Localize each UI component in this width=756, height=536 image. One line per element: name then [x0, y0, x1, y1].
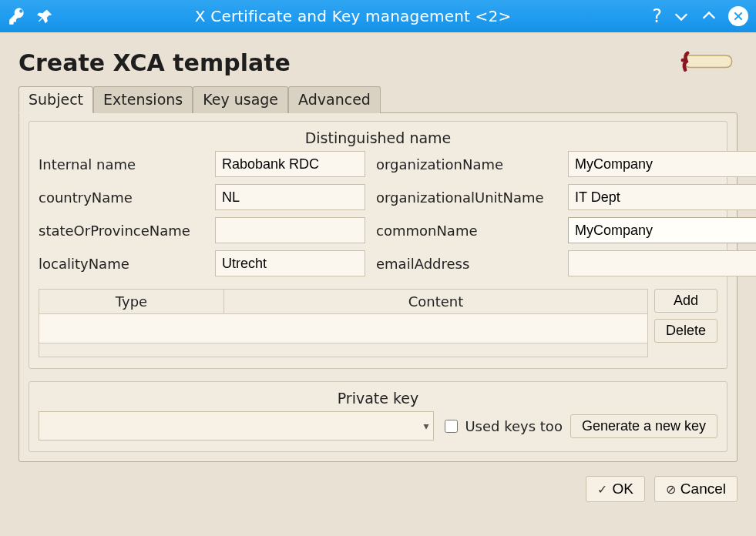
- label-locality-name: localityName: [39, 256, 204, 272]
- delete-button[interactable]: Delete: [654, 319, 717, 343]
- pk-group-title: Private key: [39, 390, 717, 407]
- used-keys-too-checkbox[interactable]: Used keys too: [442, 417, 562, 435]
- tab-extensions[interactable]: Extensions: [93, 86, 193, 113]
- label-common-name: commonName: [376, 223, 557, 239]
- maximize-icon[interactable]: [701, 8, 717, 25]
- label-email-address: emailAddress: [376, 256, 557, 272]
- input-organization-name[interactable]: [568, 151, 756, 177]
- input-common-name[interactable]: [568, 217, 756, 243]
- label-country-name: countryName: [39, 189, 204, 206]
- page-title: Create XCA template: [18, 49, 291, 76]
- svg-point-0: [681, 59, 685, 62]
- window-title: X Certificate and Key management <2>: [54, 7, 652, 25]
- label-organization-name: organizationName: [376, 156, 557, 173]
- private-key-fieldset: Private key ▾ Used keys too Generate a n…: [29, 381, 727, 452]
- dn-table[interactable]: Type Content: [39, 289, 648, 357]
- input-email-address[interactable]: [568, 250, 756, 276]
- key-icon[interactable]: [8, 6, 28, 26]
- check-icon: ✓: [597, 482, 607, 497]
- cancel-button[interactable]: ⊘ Cancel: [654, 476, 738, 502]
- input-state-name[interactable]: [215, 217, 365, 243]
- ok-button[interactable]: ✓ OK: [586, 476, 644, 502]
- dn-col-type[interactable]: Type: [39, 290, 224, 313]
- used-keys-too-input[interactable]: [445, 420, 458, 433]
- dn-group-title: Distinguished name: [39, 129, 717, 146]
- tab-bar: Subject Extensions Key usage Advanced: [18, 85, 738, 112]
- add-button[interactable]: Add: [654, 289, 717, 313]
- dn-table-body[interactable]: [39, 313, 647, 343]
- input-internal-name[interactable]: [215, 151, 365, 177]
- label-internal-name: Internal name: [39, 156, 204, 173]
- label-ou-name: organizationalUnitName: [376, 189, 557, 206]
- input-locality-name[interactable]: [215, 250, 365, 276]
- minimize-icon[interactable]: [673, 8, 690, 25]
- chevron-down-icon: ▾: [423, 420, 428, 432]
- ok-label: OK: [612, 481, 633, 497]
- help-icon[interactable]: ?: [652, 5, 662, 27]
- generate-key-button[interactable]: Generate a new key: [570, 414, 717, 438]
- cancel-icon: ⊘: [666, 482, 676, 497]
- tab-advanced[interactable]: Advanced: [288, 86, 381, 113]
- tab-key-usage[interactable]: Key usage: [193, 86, 288, 113]
- tab-subject[interactable]: Subject: [18, 86, 93, 113]
- cancel-label: Cancel: [680, 481, 726, 497]
- window-title-bar: X Certificate and Key management <2> ?: [0, 0, 756, 32]
- pin-icon[interactable]: [37, 8, 54, 25]
- dn-col-content[interactable]: Content: [224, 290, 647, 313]
- scroll-icon: [676, 45, 738, 82]
- tab-panel-subject: Distinguished name Internal name organiz…: [18, 112, 738, 462]
- input-ou-name[interactable]: [568, 184, 756, 210]
- dn-fieldset: Distinguished name Internal name organiz…: [29, 121, 727, 369]
- label-state-name: stateOrProvinceName: [39, 223, 204, 239]
- private-key-combo[interactable]: ▾: [39, 411, 434, 441]
- close-icon[interactable]: [728, 6, 748, 26]
- used-keys-too-label: Used keys too: [465, 418, 562, 434]
- dn-table-footer: [39, 343, 647, 357]
- input-country-name[interactable]: [215, 184, 365, 210]
